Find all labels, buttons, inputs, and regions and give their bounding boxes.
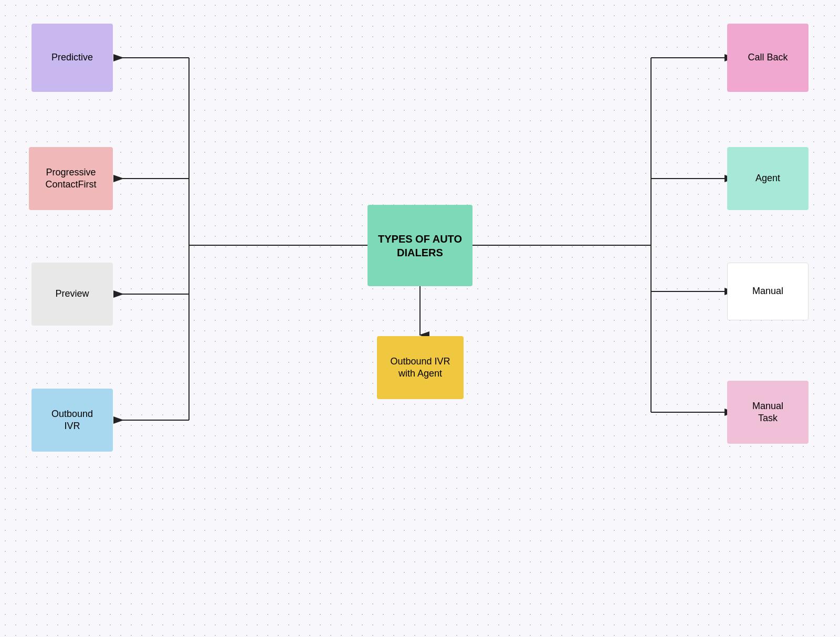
node-manual-task: ManualTask (727, 381, 808, 444)
node-outbound-ivr-agent: Outbound IVRwith Agent (377, 336, 464, 399)
node-progressive: ProgressiveContactFirst (29, 147, 113, 210)
node-preview: Preview (32, 263, 113, 326)
node-center: TYPES OF AUTO DIALERS (368, 205, 472, 286)
diagram-container: TYPES OF AUTO DIALERS Predictive Progres… (0, 0, 840, 637)
node-agent: Agent (727, 147, 808, 210)
node-outbound-ivr: OutboundIVR (32, 389, 113, 452)
connector-lines (0, 0, 840, 637)
node-callback: Call Back (727, 24, 808, 92)
node-predictive: Predictive (32, 24, 113, 92)
node-manual: Manual (727, 263, 808, 320)
